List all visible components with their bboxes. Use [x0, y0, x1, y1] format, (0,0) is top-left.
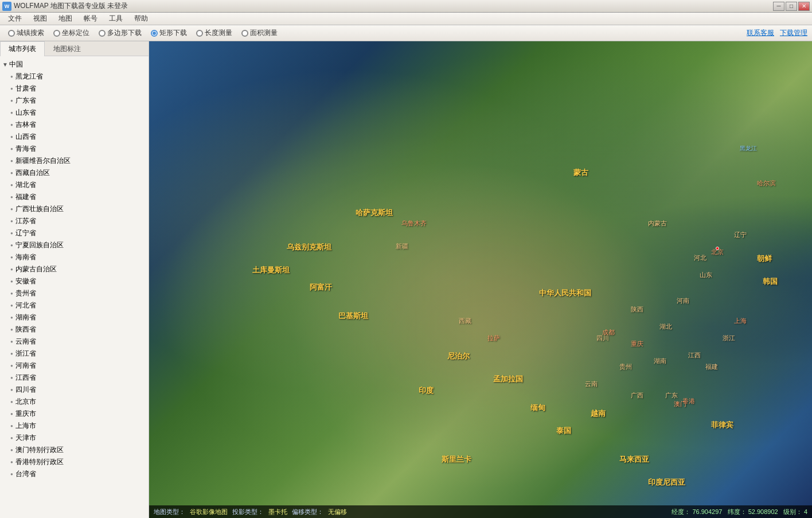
- menu-map[interactable]: 地图: [53, 13, 78, 25]
- map-type-val: 谷歌影像地图: [190, 508, 228, 516]
- toolbar-contact-service[interactable]: 联系客服: [747, 28, 774, 38]
- radio-rect-download: [151, 30, 158, 37]
- level-label: 级别：: [783, 508, 802, 515]
- map-area[interactable]: 哈萨克斯坦蒙古中华人民共和国印度缅甸泰国越南菲律宾韩国朝鲜日本巴基斯坦阿富汗尼泊…: [149, 41, 812, 518]
- offset-label: 偏移类型：: [292, 508, 323, 516]
- tree-province-item[interactable]: ●云南省: [0, 336, 149, 348]
- toolbar-city-search[interactable]: 城镇搜索: [5, 27, 48, 39]
- lat-label: 纬度：: [728, 508, 747, 515]
- tree-province-item[interactable]: ●湖北省: [0, 179, 149, 191]
- tab-city-list[interactable]: 城市列表: [0, 41, 45, 56]
- tree-province-item[interactable]: ●青海省: [0, 143, 149, 155]
- tab-map-marker[interactable]: 地图标注: [45, 41, 89, 56]
- bullet-icon: ●: [10, 291, 13, 296]
- tree-province-item[interactable]: ●黑龙江省: [0, 71, 149, 83]
- proj-val: 墨卡托: [268, 508, 287, 516]
- tree-province-item[interactable]: ●江西省: [0, 372, 149, 384]
- toolbar-download-manager[interactable]: 下载管理: [780, 28, 807, 38]
- status-bar: 地图类型： 谷歌影像地图 投影类型： 墨卡托 偏移类型： 无偏移 经度： 76.…: [149, 505, 812, 518]
- menu-help[interactable]: 帮助: [128, 13, 154, 25]
- tree-province-item[interactable]: ●北京市: [0, 396, 149, 408]
- tree-root-china[interactable]: ▼ 中国: [0, 59, 149, 71]
- tree-province-item[interactable]: ●宁夏回族自治区: [0, 239, 149, 251]
- tree-province-item[interactable]: ●湖南省: [0, 311, 149, 324]
- maximize-button[interactable]: □: [786, 2, 797, 11]
- bullet-icon: ●: [10, 74, 13, 79]
- tree-province-item[interactable]: ●四川省: [0, 384, 149, 396]
- tree-province-item[interactable]: ●吉林省: [0, 119, 149, 131]
- tree-province-item[interactable]: ●西藏自治区: [0, 167, 149, 179]
- bullet-icon: ●: [10, 158, 13, 163]
- bullet-icon: ●: [10, 327, 13, 332]
- menu-tools[interactable]: 工具: [103, 13, 128, 25]
- bullet-icon: ●: [10, 375, 13, 380]
- tree-province-item[interactable]: ●内蒙古自治区: [0, 263, 149, 275]
- bullet-icon: ●: [10, 122, 13, 127]
- tree-province-item[interactable]: ●河南省: [0, 360, 149, 372]
- tree-province-item[interactable]: ●山东省: [0, 107, 149, 119]
- toolbar-area-measure[interactable]: 面积测量: [238, 27, 281, 39]
- bullet-icon: ●: [10, 110, 13, 115]
- tree-province-item[interactable]: ●贵州省: [0, 287, 149, 299]
- main-content: 城市列表 地图标注 ▼ 中国 ●黑龙江省●甘肃省●广东省●山东省●吉林省●山西省…: [0, 41, 812, 518]
- bullet-icon: ●: [10, 98, 13, 103]
- bullet-icon: ●: [10, 387, 13, 392]
- bullet-icon: ●: [10, 255, 13, 260]
- menu-file[interactable]: 文件: [2, 13, 28, 25]
- tree-province-item[interactable]: ●广东省: [0, 95, 149, 107]
- radio-coord-locate: [53, 30, 60, 37]
- tree-province-item[interactable]: ●上海市: [0, 420, 149, 432]
- bullet-icon: ●: [10, 303, 13, 308]
- tree-province-item[interactable]: ●福建省: [0, 191, 149, 203]
- lat-val: 52.908902: [748, 508, 778, 515]
- minimize-button[interactable]: ─: [773, 2, 784, 11]
- level-val: 4: [804, 508, 807, 515]
- tree-province-item[interactable]: ●香港特别行政区: [0, 456, 149, 468]
- tree-province-item[interactable]: ●新疆维吾尔自治区: [0, 155, 149, 167]
- tree-province-item[interactable]: ●重庆市: [0, 408, 149, 420]
- bullet-icon: ●: [10, 447, 13, 453]
- bullet-icon: ●: [10, 279, 13, 284]
- tree-province-item[interactable]: ●甘肃省: [0, 83, 149, 95]
- tree-province-item[interactable]: ●山西省: [0, 131, 149, 143]
- city-tree[interactable]: ▼ 中国 ●黑龙江省●甘肃省●广东省●山东省●吉林省●山西省●青海省●新疆维吾尔…: [0, 56, 149, 518]
- bullet-icon: ●: [10, 146, 13, 151]
- close-button[interactable]: ✕: [798, 2, 810, 11]
- app-icon: W: [2, 2, 11, 11]
- toolbar-polygon-download[interactable]: 多边形下载: [95, 27, 145, 39]
- tree-province-item[interactable]: ●河北省: [0, 299, 149, 311]
- tree-province-item[interactable]: ●台湾省: [0, 468, 149, 480]
- toolbar-length-measure[interactable]: 长度测量: [193, 27, 236, 39]
- bullet-icon: ●: [10, 219, 13, 224]
- tree-province-item[interactable]: ●澳门特别行政区: [0, 444, 149, 456]
- tree-root-label: 中国: [9, 60, 23, 69]
- bullet-icon: ●: [10, 182, 13, 188]
- bullet-icon: ●: [10, 243, 13, 248]
- menu-account[interactable]: 帐号: [78, 13, 103, 25]
- tree-province-item[interactable]: ●江苏省: [0, 215, 149, 227]
- tree-province-item[interactable]: ●浙江省: [0, 348, 149, 360]
- tree-province-item[interactable]: ●天津市: [0, 432, 149, 444]
- bullet-icon: ●: [10, 231, 13, 236]
- bullet-icon: ●: [10, 423, 13, 429]
- tree-province-item[interactable]: ●辽宁省: [0, 227, 149, 239]
- bullet-icon: ●: [10, 194, 13, 200]
- tree-province-item[interactable]: ●安徽省: [0, 275, 149, 287]
- bullet-icon: ●: [10, 472, 13, 477]
- tree-province-item[interactable]: ●海南省: [0, 251, 149, 263]
- menu-view[interactable]: 视图: [28, 13, 53, 25]
- toolbar-rect-download[interactable]: 矩形下载: [147, 27, 190, 39]
- bullet-icon: ●: [10, 411, 13, 416]
- menubar: 文件 视图 地图 帐号 工具 帮助: [0, 13, 812, 25]
- toolbar-coord-locate[interactable]: 坐标定位: [50, 27, 93, 39]
- bullet-icon: ●: [10, 435, 13, 441]
- lng-val: 76.904297: [692, 508, 722, 515]
- tree-province-item[interactable]: ●陕西省: [0, 324, 149, 336]
- radio-area-measure: [241, 30, 248, 37]
- toolbar-city-search-label: 城镇搜索: [17, 28, 44, 38]
- toolbar-coord-locate-label: 坐标定位: [62, 28, 89, 38]
- bullet-icon: ●: [10, 267, 13, 272]
- lng-label: 经度：: [672, 508, 690, 515]
- bullet-icon: ●: [10, 207, 13, 212]
- tree-province-item[interactable]: ●广西壮族自治区: [0, 203, 149, 215]
